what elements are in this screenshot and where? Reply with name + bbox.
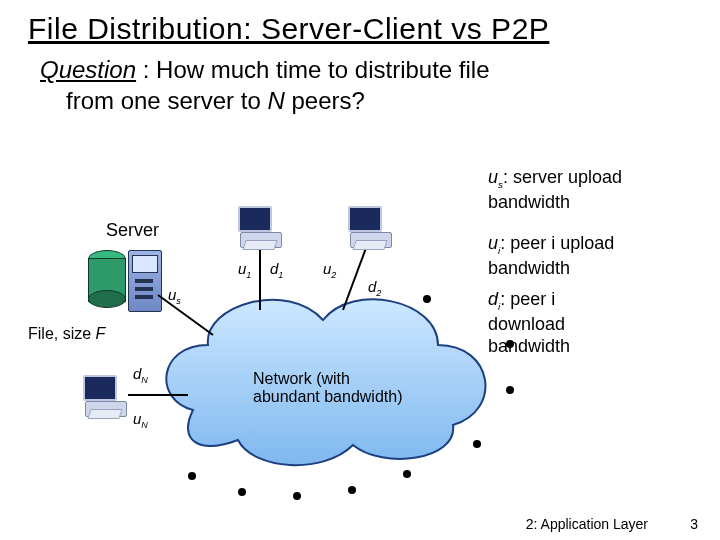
legend-us-text2: bandwidth [488, 192, 570, 212]
network-label: Network (with abundant bandwidth) [253, 370, 463, 406]
dot-icon [293, 492, 301, 500]
file-label-F: F [96, 325, 106, 342]
legend-ui-text2: bandwidth [488, 258, 570, 278]
dot-icon [506, 340, 514, 348]
file-label-a: File, size [28, 325, 96, 342]
slide: File Distribution: Server-Client vs P2P … [0, 0, 720, 540]
legend-us: us: server upload bandwidth [488, 166, 622, 213]
dot-icon [506, 386, 514, 394]
question-line2b: peers? [285, 87, 365, 114]
network-label-b: abundant bandwidth) [253, 388, 402, 405]
dot-icon [423, 295, 431, 303]
question-text: Question : How much time to distribute f… [40, 54, 686, 116]
dot-icon [188, 472, 196, 480]
legend-us-sym: u [488, 167, 498, 187]
pc-icon [83, 375, 129, 417]
rate-d1: d1 [270, 260, 283, 280]
legend-ui-text1: : peer i upload [500, 233, 614, 253]
disk-icon [88, 250, 124, 308]
dot-icon [238, 488, 246, 496]
rate-dN: dN [133, 365, 148, 385]
dot-icon [473, 440, 481, 448]
page-number: 3 [690, 516, 698, 532]
rate-u1: u1 [238, 260, 251, 280]
dot-icon [348, 486, 356, 494]
question-sep: : [136, 56, 156, 83]
rate-uN: uN [133, 410, 148, 430]
legend-ui-sym: u [488, 233, 498, 253]
legend-di-text2: bandwidth [488, 336, 570, 356]
network-label-a: Network (with [253, 370, 350, 387]
legend-ui: ui: peer i upload bandwidth [488, 232, 614, 279]
question-N: N [267, 87, 284, 114]
file-label: File, size F [28, 325, 105, 343]
question-line2a: from one server to [66, 87, 267, 114]
question-label: Question [40, 56, 136, 83]
diagram: us: server upload bandwidth ui: peer i u… [28, 170, 628, 500]
server-icon [128, 250, 162, 312]
rate-us: us [168, 286, 181, 306]
legend-us-text1: : server upload [503, 167, 622, 187]
pc-icon [348, 206, 394, 248]
question-line1: How much time to distribute file [156, 56, 489, 83]
server-label: Server [106, 220, 159, 241]
rate-u2: u2 [323, 260, 336, 280]
dot-icon [403, 470, 411, 478]
footer-text: 2: Application Layer [526, 516, 648, 532]
slide-title: File Distribution: Server-Client vs P2P [28, 12, 692, 46]
rate-d2: d2 [368, 278, 381, 298]
pc-icon [238, 206, 284, 248]
